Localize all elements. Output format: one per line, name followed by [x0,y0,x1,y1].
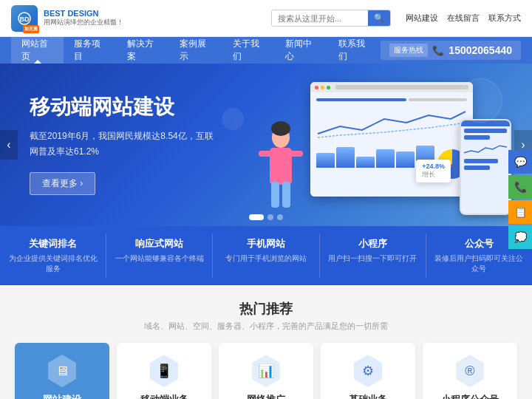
hex-icon-promotion: 📊 [250,355,282,387]
product-icon-website: 🖥 [46,355,78,387]
bar-4 [376,149,395,168]
nav-item-news[interactable]: 新闻中心 [275,37,327,64]
svg-rect-6 [271,182,279,208]
feature-desc-miniapp: 用户扫一扫搜一下即可打开 [327,253,418,264]
chart-lines [316,98,467,101]
header-links: 网站建设 在线留言 联系方式 [406,13,521,24]
product-name-basic: 基础业务 [328,393,408,399]
logo-icon: BD [11,5,38,32]
address-bar [335,85,468,89]
header-link-website[interactable]: 网站建设 [406,13,438,24]
header-link-contact[interactable]: 联系方式 [488,13,521,24]
hex-icon-website: 🖥 [46,355,78,387]
feature-item-seo: 关键词排名 为企业提供关键词排名优化服务 [0,233,106,278]
bar-1 [316,153,335,168]
product-name-promotion: 网络推广 [226,393,306,399]
search-input[interactable] [272,11,368,26]
svg-text:BD: BD [20,16,30,23]
browser-dot-green [327,86,330,89]
product-icon-promotion: 📊 [250,355,282,387]
product-card-mobile[interactable]: 📱 移动端业务 现代人类越来越依赖移动端 [117,343,211,399]
feature-desc-mobile: 专门用于手机浏览的网站 [220,253,311,264]
bar-2 [336,147,355,168]
header-search: 🔍 [271,10,391,27]
nav-item-services[interactable]: 服务项目 [64,37,116,64]
phone-icon: 📞 [432,45,444,56]
banner-prev-button[interactable]: ‹ [0,130,18,160]
nav-items: 网站首页 服务项目 解决方案 案例展示 关于我们 新闻中心 联系我们 [11,37,381,64]
phone-bar-2 [464,135,490,140]
banner-content: 移动端网站建设 截至2019年6月，我国网民规模达8.54亿，互联 网普及率达6… [0,80,251,210]
hex-icon-miniapp: ® [454,355,486,387]
feature-title-responsive: 响应式网站 [114,237,205,250]
features-bar: 关键词排名 为企业提供关键词排名优化服务 响应式网站 一个网站能够兼容各个终端 … [0,226,532,285]
nav-item-about[interactable]: 关于我们 [222,37,275,64]
svg-rect-7 [282,182,290,208]
banner-dot-2[interactable] [267,214,273,220]
phone-bar-3 [464,159,498,163]
nav-item-solutions[interactable]: 解决方案 [117,37,169,64]
bar-3 [356,157,375,168]
banner-dots [249,214,283,220]
product-card-miniapp[interactable]: ® 小程序公众号 我们为动成果依法享有权利 [423,343,517,399]
phone-number: 15002065440 [449,44,512,56]
phone-chart-small [464,142,507,157]
product-card-basic[interactable]: ⚙ 基础业务 域名、空间、邮箱等服务 [321,343,415,399]
feature-desc-seo: 为企业提供关键词排名优化服务 [7,253,98,274]
float-btn-message[interactable]: 💭 [508,225,532,249]
header-link-message[interactable]: 在线留言 [447,13,480,24]
phone-bar-1 [464,129,507,133]
banner-dot-1[interactable] [249,214,264,220]
deco-circle-1 [458,78,502,123]
float-btn-chat[interactable]: 💬 [508,150,532,174]
float-btn-form[interactable]: 📋 [508,200,532,224]
section-title: 热门推荐 [0,300,532,318]
nav-item-cases[interactable]: 案例展示 [169,37,222,64]
feature-title-miniapp: 小程序 [327,237,418,250]
phone-bar-4 [464,166,490,170]
banner-cta-button[interactable]: 查看更多 › [30,172,95,195]
nav-item-home[interactable]: 网站首页 [11,37,64,64]
product-card-promotion[interactable]: 📊 网络推广 让更多的关键词得到说展 [219,343,313,399]
float-sidebar: 💬 📞 📋 💭 [508,150,532,249]
svg-point-8 [271,121,290,136]
bar-5 [396,151,415,168]
nav-item-contact[interactable]: 联系我们 [328,37,381,64]
navigation: 网站首页 服务项目 解决方案 案例展示 关于我们 新闻中心 联系我们 服务热线 … [0,37,532,64]
float-btn-phone[interactable]: 📞 [508,175,532,199]
feature-title-seo: 关键词排名 [7,237,98,250]
brand-name: BEST DESIGN [44,9,123,18]
feature-desc-responsive: 一个网站能够兼容各个终端 [114,253,205,264]
browser-dot-red [315,86,318,89]
logo-area: BD BEST DESIGN 用网站演绎您的企业精髓！ [11,5,144,32]
product-name-miniapp: 小程序公众号 [430,393,510,399]
hotline-label: 服务热线 [389,44,428,57]
hex-icon-mobile: 📱 [148,355,180,387]
logo-slogan: 用网站演绎您的企业精髓！ [44,18,123,27]
feature-desc-wechat: 装修后用户扫码即可关注公众号 [434,253,525,274]
feature-item-responsive: 响应式网站 一个网站能够兼容各个终端 [106,233,213,278]
banner-character [251,115,310,219]
line-1 [316,98,406,101]
hot-section: 热门推荐 域名、网站、空间、服务器、小程序，完善的产品满足您的一切所需 🖥 网站… [0,285,532,399]
product-name-website: 网站建设 [22,393,102,399]
svg-rect-3 [270,148,292,185]
search-button[interactable]: 🔍 [368,10,390,26]
phone-mockup [460,119,511,215]
phone-screen [461,120,510,214]
product-icon-mobile: 📱 [148,355,180,387]
hex-icon-basic: ⚙ [352,355,384,387]
product-name-mobile: 移动端业务 [124,393,204,399]
banner-dot-3[interactable] [277,214,283,220]
svg-rect-4 [259,151,272,157]
search-box: 🔍 [271,10,391,27]
section-subtitle: 域名、网站、空间、服务器、小程序，完善的产品满足您的一切所需 [0,321,532,332]
floating-card: +24.8% 增长 [416,160,451,183]
product-card-website[interactable]: 🖥 网站建设 优秀的网站是企业的一张名片 [15,343,109,399]
nav-hotline: 服务热线 📞 15002065440 [381,41,521,60]
line-chart-area [316,104,467,141]
banner-desc: 截至2019年6月，我国网民规模达8.54亿，互联 网普及率达61.2% [30,129,222,160]
browser-dot-yellow [321,86,324,89]
feature-title-mobile: 手机网站 [220,237,311,250]
products-grid: 🖥 网站建设 优秀的网站是企业的一张名片 📱 移动端业务 现代人类越来越依赖移动… [0,343,532,399]
